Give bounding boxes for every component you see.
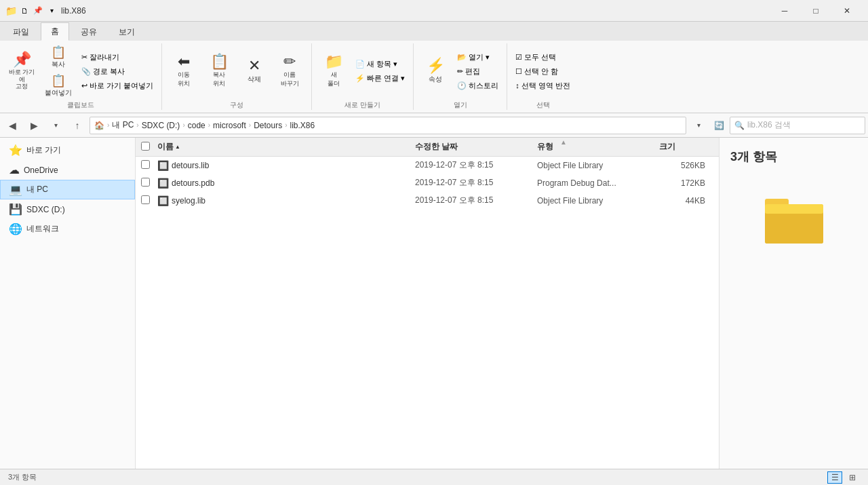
title-bar-icons: 📁 🗋 📌 ▾ [5,5,57,16]
delete-icon: ✕ [248,58,260,73]
address-code[interactable]: code [188,121,205,130]
path-icon: 📎 [81,67,91,76]
close-button[interactable]: ✕ [831,0,863,22]
address-separator-3: › [182,121,184,129]
network-icon: 🌐 [9,222,22,235]
cut-button[interactable]: ✂ 잘라내기 [79,51,156,64]
table-row[interactable]: 🔲 detours.lib 2019-12-07 오후 8:15 Object … [136,157,719,174]
paste-shortcut-button[interactable]: ↩ 바로 가기 붙여넣기 [79,79,156,92]
open-button[interactable]: 📂 열기 ▾ [454,51,501,64]
properties-button[interactable]: ⚡ 속성 [419,52,452,90]
select-all-icon: ☑ [515,53,522,62]
file-size-1: 526KB [659,161,713,170]
copy-button[interactable]: 📋 복사 [41,43,76,71]
invert-label: 선택 영역 반전 [521,81,570,91]
column-name-header[interactable]: 이름 ▲ [157,141,415,153]
home-icon: 🏠 [94,121,104,130]
details-view-button[interactable]: ☰ [827,471,842,484]
address-libx86[interactable]: lib.X86 [290,121,315,130]
new-label: 새로 만들기 [344,99,380,110]
tab-file[interactable]: 파일 [3,23,39,41]
history-button[interactable]: 🕐 히스토리 [454,79,501,92]
search-bar[interactable]: 🔍 lib.X86 검색 [730,117,865,134]
address-microsoft[interactable]: microsoft [213,121,246,130]
lib-file-icon-2: 🔲 [157,195,169,206]
select-none-button[interactable]: ☐ 선택 안 함 [513,65,573,78]
column-date-header[interactable]: 수정한 날짜 [415,141,537,153]
address-bar[interactable]: 🏠 › 내 PC › SDXC (D:) › code › microsoft … [90,117,686,134]
sidebar-onedrive-label: OneDrive [24,166,58,175]
tab-view[interactable]: 보기 [108,23,145,41]
shortcut-icon: ↩ [81,81,87,90]
address-detours[interactable]: Detours [254,121,282,130]
column-size-label: 크기 [659,141,675,153]
tab-home[interactable]: 홈 [41,22,69,41]
open-label: 열기 ▾ [469,52,490,62]
address-separator-2: › [136,121,138,129]
new-item-button[interactable]: 📄 새 항목 ▾ [353,58,408,71]
pin-icon: 📌 [13,52,31,67]
ribbon-group-select: ☑ 모두 선택 ☐ 선택 안 함 ↕ 선택 영역 반전 선택 [507,43,578,110]
sidebar-item-network[interactable]: 🌐 네트워크 [0,219,135,239]
invert-selection-button[interactable]: ↕ 선택 영역 반전 [513,79,573,92]
address-down-button[interactable]: ▾ [689,116,708,135]
back-button[interactable]: ◀ [3,116,22,135]
table-row[interactable]: 🔲 detours.pdb 2019-12-07 오후 8:15 Program… [136,174,719,192]
file-checkbox-1[interactable] [141,160,150,169]
dropdown-icon[interactable]: ▾ [46,5,57,16]
file-checkbox-3[interactable] [141,195,150,204]
invert-icon: ↕ [515,81,519,90]
edit-button[interactable]: ✏ 편집 [454,65,501,78]
file-checkbox-2[interactable] [141,178,150,187]
sidebar-item-favorites[interactable]: ⭐ 바로 가기 [0,140,135,160]
new-item-icon: 📄 [355,60,365,69]
select-all-button[interactable]: ☑ 모두 선택 [513,51,573,64]
move-to-button[interactable]: ⬅ 이동위치 [167,52,200,90]
select-all-checkbox[interactable] [141,142,157,153]
quick-icon: ⚡ [355,74,365,83]
open-label: 열기 [454,99,467,110]
cut-label: 잘라내기 [90,52,119,62]
column-date-label: 수정한 날짜 [415,141,458,153]
history-label: 히스토리 [469,81,498,91]
edit-label: 편집 [465,66,480,77]
window-title: lib.X86 [61,6,86,16]
pdb-file-icon: 🔲 [157,178,169,189]
large-icons-view-button[interactable]: ⊞ [845,471,860,484]
row-check-3[interactable] [141,195,157,206]
recent-button[interactable]: ▾ [46,116,65,135]
tab-share[interactable]: 공유 [71,23,107,41]
scroll-up-indicator[interactable]: ▲ [557,138,570,147]
pin-to-quick-button[interactable]: 📌 바로 가기에고정 [5,52,38,90]
sidebar-item-onedrive[interactable]: ☁ OneDrive [0,160,135,180]
address-sdxc[interactable]: SDXC (D:) [142,121,180,130]
pin-label: 바로 가기에고정 [7,69,37,90]
minimize-button[interactable]: ─ [769,0,800,22]
row-check-1[interactable] [141,160,157,171]
sidebar-item-mypc[interactable]: 💻 내 PC [0,180,135,199]
sidebar-item-sdxc[interactable]: 💾 SDXC (D:) [0,199,135,219]
copy-path-button[interactable]: 📎 경로 복사 [79,65,156,78]
column-size-header[interactable]: 크기 [659,141,713,153]
header-checkbox[interactable] [141,142,150,151]
folder-icon: 📁 [5,5,16,16]
new-folder-button[interactable]: 📁 새폴더 [317,52,350,90]
address-pc[interactable]: 내 PC [112,119,134,131]
column-type-header[interactable]: 유형 [537,141,659,153]
rename-button[interactable]: ✏ 이름바꾸기 [273,52,306,90]
maximize-button[interactable]: □ [800,0,831,22]
quick-connect-button[interactable]: ⚡ 빠른 연결 ▾ [353,72,408,85]
up-button[interactable]: ↑ [68,116,87,135]
paste-button[interactable]: 📋 붙여넣기 [41,72,76,99]
status-item-count: 3개 항목 [8,472,37,482]
copy-path-label: 경로 복사 [93,66,125,77]
delete-button[interactable]: ✕ 삭제 [238,52,271,90]
forward-button[interactable]: ▶ [24,116,43,135]
refresh-button[interactable]: 🔄 [711,117,727,134]
ribbon-group-clipboard: 📌 바로 가기에고정 📋 복사 📋 붙여넣기 ✂ [0,43,162,110]
copy-to-button[interactable]: 📋 복사위치 [203,52,235,90]
row-check-2[interactable] [141,178,157,189]
organize-buttons: ⬅ 이동위치 📋 복사위치 ✕ 삭제 ✏ 이름바꾸기 [167,43,306,99]
file-size-3: 44KB [659,196,713,206]
table-row[interactable]: 🔲 syelog.lib 2019-12-07 오후 8:15 Object F… [136,192,719,210]
